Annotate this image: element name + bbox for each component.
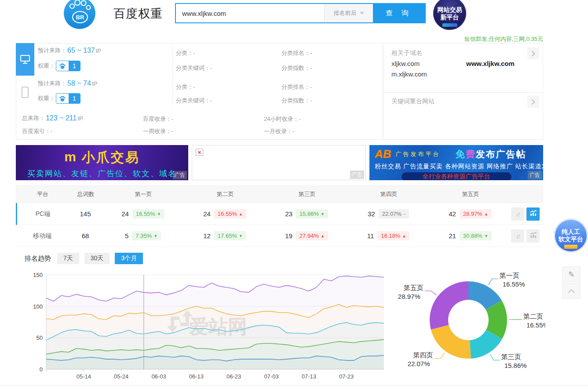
- donut-value: 22.07%: [408, 360, 430, 367]
- svg-text:50: 50: [37, 334, 43, 341]
- chevron-right-icon: [531, 99, 535, 105]
- chart-toggle-button[interactable]: [526, 207, 540, 221]
- paw-icon: [56, 94, 69, 103]
- page-count-cell: 1116.18% ▲: [347, 231, 429, 240]
- search-input[interactable]: [176, 4, 324, 22]
- query-button[interactable]: 查 询: [373, 4, 425, 22]
- badge-base: [564, 245, 577, 249]
- pct-badge: 17.65% ▼: [214, 231, 246, 240]
- ad3-footer: 全行业各种资源广告平台: [402, 172, 511, 180]
- donut-label: 第五页: [404, 284, 424, 291]
- overview-divider: [172, 47, 173, 105]
- mobile-traffic: 预计来路： 58 ~ 74 IP: [38, 80, 97, 87]
- x-tick-label: 07-03: [264, 373, 278, 380]
- pct-badge: 22.07% −: [379, 209, 409, 218]
- trend-tab-bar: 排名趋势 7天 30天 3个月: [25, 253, 143, 264]
- donut-slice-4: [430, 281, 468, 330]
- tab-7days[interactable]: 7天: [57, 253, 79, 264]
- page-count-cell: 3222.07% −: [347, 209, 429, 218]
- col-page-3: 第三页: [266, 190, 348, 198]
- col-page-5: 第五页: [430, 190, 511, 198]
- pct-badge: 28.97% ▲: [460, 209, 492, 218]
- pc-weight-badge[interactable]: 1: [56, 61, 80, 71]
- ad1-brand: 小爪交易: [82, 150, 140, 164]
- pc-platform-indicator[interactable]: [16, 43, 34, 76]
- trend-down-icon: ▼: [157, 212, 161, 216]
- sms-promo-link[interactable]: 短信群发,任何内容,三网,0.35元: [460, 35, 543, 43]
- feedback-button[interactable]: ✎: [562, 266, 581, 282]
- page-count-cell: 2416.55% ▼: [102, 209, 184, 218]
- ab-logo: AB: [375, 147, 391, 161]
- tab-3months[interactable]: 3个月: [115, 253, 143, 264]
- keyword-overlap-more-button[interactable]: [527, 96, 539, 108]
- trend-flat-icon: −: [403, 212, 405, 216]
- trend-down-icon: ▼: [484, 234, 488, 238]
- table-row[interactable]: 移动端6857.35% ▼1217.65% ▼1927.94% ▲1116.18…: [16, 225, 543, 247]
- trend-up-icon: ▲: [321, 234, 325, 238]
- donut-label-line-3: [435, 353, 445, 358]
- mobile-category-keywords: 分类关键词：-: [176, 97, 212, 105]
- x-tick-label: 07-13: [302, 373, 316, 380]
- mobile-platform-indicator[interactable]: [16, 76, 34, 109]
- ad-banner-ab-platform[interactable]: AB 广告发布平台 免费发布广告帖 粉丝交易 广告流量买卖 各种网站资源 网络推…: [369, 145, 543, 180]
- total-traffic: 总来路： 123 ~ 211 IP: [22, 114, 83, 122]
- trend-down-icon: ▼: [239, 234, 243, 238]
- section-divider: [0, 385, 588, 385]
- x-tick-label: 07-23: [339, 373, 354, 380]
- page-count-cell: 1927.94% ▲: [266, 231, 347, 240]
- pct-badge: 16.55% ▲: [214, 209, 246, 218]
- col-page-4: 第四页: [348, 190, 430, 198]
- trend-up-icon: ▲: [402, 234, 406, 238]
- broken-image-icon: ×: [196, 149, 203, 156]
- soft-article-badge[interactable]: 纯人工 软文平台: [555, 220, 587, 251]
- tab-30days[interactable]: 30天: [84, 253, 110, 264]
- donut-value: 15.86%: [504, 362, 527, 369]
- subdomain-link-1[interactable]: xljkw.com: [391, 60, 420, 67]
- donut-value: 16.55%: [503, 280, 525, 288]
- x-tick-label: 06-23: [226, 373, 241, 380]
- ad-banner-empty[interactable]: × 广告: [192, 145, 366, 180]
- mobile-weight-badge[interactable]: 1: [56, 93, 80, 104]
- subdomain-link-3[interactable]: m.xljkw.com: [391, 70, 427, 78]
- sort-toggle-button[interactable]: ↓↑: [511, 207, 524, 221]
- svg-text:0: 0: [40, 366, 43, 373]
- platform-cell: PC端: [17, 210, 69, 218]
- page-root: BR 百度权重 排名前后 查 询 网站交易 新平台 短信群发,任何内容,三网,0…: [0, 0, 588, 389]
- related-subdomain-more-button[interactable]: [527, 47, 539, 59]
- pc-category: 分类：-: [176, 49, 195, 57]
- trend-label: 排名趋势: [25, 254, 51, 263]
- pct-badge: 16.55% ▼: [132, 209, 164, 218]
- badge-glow: [442, 23, 457, 27]
- mobile-weight: 权重： 1: [38, 93, 80, 104]
- site-logo[interactable]: BR: [64, 0, 95, 29]
- ad3-platform: 广告发布平台: [396, 150, 441, 158]
- related-subdomain-title: 相关子域名: [391, 49, 422, 57]
- site-trade-badge[interactable]: 网站交易 新平台: [433, 0, 466, 30]
- page-count-cell: 2416.55% ▲: [184, 209, 266, 218]
- page-count-cell: 1217.65% ▼: [184, 231, 266, 240]
- donut-label: 第一页: [500, 272, 519, 279]
- pct-badge: 16.18% ▲: [377, 231, 409, 240]
- baidu-index: 百度索引：-: [22, 127, 52, 135]
- page-title: 百度权重: [113, 6, 163, 22]
- sort-toggle-button[interactable]: ↓↑: [511, 229, 524, 243]
- sort-arrows-icon: ↓↑: [516, 233, 519, 240]
- pc-weight: 权重： 1: [38, 61, 80, 71]
- rank-order-dropdown[interactable]: 排名前后: [324, 4, 373, 22]
- back-to-top-button[interactable]: [562, 283, 581, 299]
- sort-arrows-icon: ↓↑: [516, 211, 519, 218]
- chart-toggle-button[interactable]: [526, 229, 540, 243]
- paw-logo-icon: BR: [64, 0, 95, 29]
- ad-tag: 广告: [528, 171, 542, 179]
- donut-label: 第三页: [501, 353, 521, 360]
- caret-down-icon: [360, 12, 364, 15]
- subdomain-link-2[interactable]: www.xljkw.com: [466, 60, 515, 67]
- table-row[interactable]: PC端1452416.55% ▼2416.55% ▲2315.86% ▼3222…: [16, 203, 543, 225]
- month-collect: 一月收录：-: [264, 127, 294, 135]
- ad-banner-xiaozhua[interactable]: m小爪交易 买卖网站、友链、广告位、软文、域名 广告: [16, 145, 188, 180]
- donut-label-line-2: [490, 354, 500, 360]
- ad3-headline: 免费发布广告帖: [456, 148, 526, 160]
- page-count-cell: 4228.97% ▲: [429, 209, 511, 218]
- pct-badge: 30.88% ▼: [460, 231, 492, 240]
- table-header-row: 平台 总词数 第一页 第二页 第三页 第四页 第五页: [16, 185, 543, 203]
